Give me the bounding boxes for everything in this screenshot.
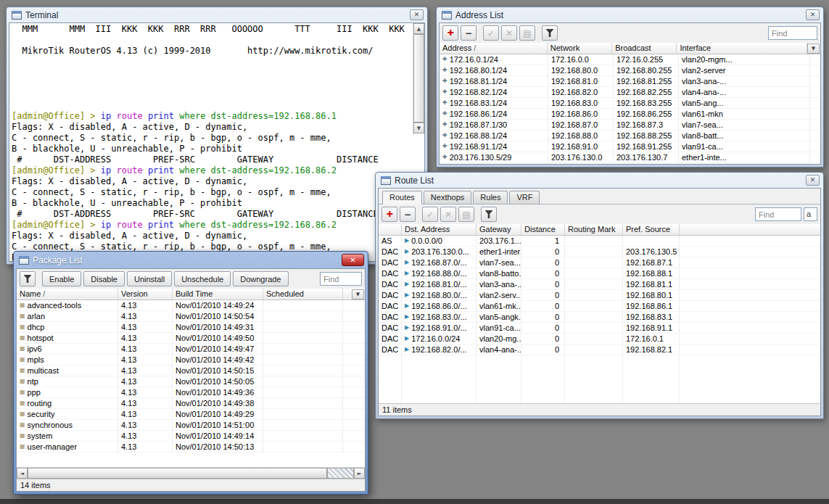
route-row[interactable]: DAC ▶192.168.87.0/... vlan7-sea... 0 192…: [379, 257, 820, 268]
column-header-flags[interactable]: [379, 224, 402, 235]
package-row[interactable]: ▦ppp 4.13 Nov/01/2010 14:49:36: [17, 387, 365, 398]
enable-button[interactable]: Enable: [42, 271, 81, 286]
package-row[interactable]: ▦dhcp 4.13 Nov/01/2010 14:49:31: [17, 322, 365, 333]
package-row[interactable]: ▦ipv6 4.13 Nov/01/2010 14:49:47: [17, 344, 365, 355]
column-header-interface[interactable]: Interface: [677, 43, 807, 54]
scroll-right-icon[interactable]: ►: [354, 468, 365, 479]
package-list-hscrollbar[interactable]: ◄ ►: [17, 467, 365, 479]
filter-button[interactable]: [20, 271, 36, 286]
address-row[interactable]: ✚192.168.82.1/24 192.168.82.0 192.168.82…: [440, 87, 820, 98]
find-input[interactable]: [320, 272, 362, 286]
address-row[interactable]: ✚192.168.83.1/24 192.168.83.0 192.168.83…: [440, 98, 820, 109]
package-row[interactable]: ▦ntp 4.13 Nov/01/2010 14:50:05: [17, 376, 365, 387]
package-row[interactable]: ▦routing 4.13 Nov/01/2010 14:49:38: [17, 398, 365, 409]
package-row[interactable]: ▦system 4.13 Nov/01/2010 14:49:14: [17, 431, 365, 442]
route-row[interactable]: DAC ▶192.168.91.0/... vlan91-ca... 0 192…: [379, 323, 820, 334]
address-row[interactable]: ✚192.168.91.1/24 192.168.91.0 192.168.91…: [440, 141, 820, 152]
package-row[interactable]: ▦synchronous 4.13 Nov/01/2010 14:51:00: [17, 420, 365, 431]
column-header-version[interactable]: Version: [118, 289, 173, 299]
column-dropdown-icon[interactable]: ▼: [352, 289, 364, 299]
terminal-output: MMM MMM III KKK KKK RRR RRR OOOOOO TTT I…: [9, 23, 413, 261]
route-arrow-icon: ▶: [405, 325, 409, 331]
scroll-up-icon[interactable]: ▲: [413, 23, 424, 34]
unschedule-button[interactable]: Unschedule: [174, 271, 231, 286]
uninstall-button[interactable]: Uninstall: [127, 271, 172, 286]
address-list-titlebar[interactable]: Address List ✕: [439, 7, 821, 22]
find-input[interactable]: [755, 207, 801, 221]
package-row[interactable]: ▦security 4.13 Nov/01/2010 14:49:29: [17, 409, 365, 420]
route-row[interactable]: DAC ▶192.168.82.0/... vlan4-ana-... 0 19…: [379, 344, 820, 355]
address-row[interactable]: ✚192.168.86.1/24 192.168.86.0 192.168.86…: [440, 109, 820, 120]
comment-button[interactable]: ▤: [519, 25, 535, 41]
package-row[interactable]: ▦arlan 4.13 Nov/01/2010 14:50:54: [17, 311, 365, 322]
filter-button[interactable]: [542, 25, 558, 41]
column-dropdown-icon[interactable]: ▼: [807, 44, 820, 54]
route-list-titlebar[interactable]: Route List ✕: [378, 173, 821, 188]
tab-vrf[interactable]: VRF: [509, 191, 540, 204]
column-header-distance[interactable]: Distance: [521, 224, 565, 235]
column-header-pref-source[interactable]: Pref. Source: [623, 224, 680, 235]
downgrade-button[interactable]: Downgrade: [233, 271, 288, 286]
sort-asc-icon: /: [43, 290, 45, 298]
column-header-name[interactable]: Name/: [17, 289, 118, 299]
package-row[interactable]: ▦advanced-tools 4.13 Nov/01/2010 14:49:2…: [17, 300, 365, 311]
scroll-down-icon[interactable]: ▼: [413, 123, 424, 133]
package-list-close-button[interactable]: ✕: [342, 254, 364, 266]
address-row[interactable]: ✚192.168.87.1/30 192.168.87.0 192.168.87…: [440, 120, 820, 131]
filter-button[interactable]: [481, 207, 497, 222]
terminal-scrollbar[interactable]: ▲ ▼: [413, 23, 424, 134]
resize-grip[interactable]: [327, 468, 354, 479]
package-row[interactable]: ▦mpls 4.13 Nov/01/2010 14:49:42: [17, 355, 365, 365]
address-list-close-button[interactable]: ✕: [806, 9, 820, 20]
scroll-left-icon[interactable]: ◄: [17, 468, 28, 479]
find-input[interactable]: [768, 26, 817, 40]
package-row[interactable]: ▦user-manager 4.13 Nov/01/2010 14:50:13: [17, 442, 365, 453]
scrollbar-thumb[interactable]: [413, 34, 424, 123]
route-row[interactable]: DAC ▶203.176.130.0... ether1-inter... 0 …: [379, 247, 820, 257]
address-row[interactable]: ✚192.168.81.1/24 192.168.81.0 192.168.81…: [440, 76, 820, 87]
address-row[interactable]: ✚192.168.80.1/24 192.168.80.0 192.168.80…: [440, 65, 820, 76]
tab-rules[interactable]: Rules: [473, 191, 508, 204]
route-row[interactable]: DAC ▶192.168.88.0/... vlan8-batto... 0 1…: [379, 268, 820, 279]
package-list-titlebar[interactable]: Package List ✕: [16, 252, 366, 268]
tab-routes[interactable]: Routes: [382, 191, 422, 205]
column-header-network[interactable]: Network: [548, 43, 612, 54]
route-scope-dropdown[interactable]: a: [804, 207, 817, 221]
route-list-close-button[interactable]: ✕: [806, 175, 820, 186]
route-row[interactable]: DAC ▶192.168.80.0/... vlan2-serv... 0 19…: [379, 290, 820, 301]
column-header-scheduled[interactable]: Scheduled: [263, 289, 343, 299]
address-row[interactable]: ✚172.16.0.1/24 172.16.0.0 172.16.0.255 v…: [440, 54, 820, 65]
terminal-close-button[interactable]: ✕: [410, 9, 424, 20]
add-button[interactable]: ✚: [442, 25, 458, 41]
address-row[interactable]: ✚192.168.88.1/24 192.168.88.0 192.168.88…: [440, 131, 820, 141]
enable-button[interactable]: ✓: [483, 25, 499, 41]
column-header-gateway[interactable]: Gateway: [477, 224, 521, 235]
address-icon: ✚: [442, 67, 448, 73]
route-row[interactable]: DAC ▶192.168.83.0/... vlan5-angk... 0 19…: [379, 312, 820, 323]
disable-button[interactable]: Disable: [83, 271, 125, 286]
remove-button[interactable]: −: [461, 25, 477, 41]
column-header-broadcast[interactable]: Broadcast: [612, 43, 677, 54]
comment-button[interactable]: ▤: [458, 207, 474, 222]
package-row[interactable]: ▦hotspot 4.13 Nov/01/2010 14:49:50: [17, 333, 365, 344]
enable-button[interactable]: ✓: [422, 207, 438, 222]
route-row[interactable]: DAC ▶192.168.81.0/... vlan3-ana-... 0 19…: [379, 279, 820, 290]
disable-button[interactable]: ✕: [440, 207, 456, 222]
column-header-build-time[interactable]: Build Time: [173, 289, 263, 299]
column-header-routing-mark[interactable]: Routing Mark: [565, 224, 623, 235]
terminal-titlebar[interactable]: Terminal ✕: [9, 7, 425, 22]
column-header-address[interactable]: Address/: [440, 43, 548, 54]
route-arrow-icon: ▶: [405, 314, 409, 320]
route-row[interactable]: AS ▶0.0.0.0/0 203.176.1... 1: [379, 236, 820, 247]
add-button[interactable]: ✚: [381, 207, 397, 222]
package-row[interactable]: ▦multicast 4.13 Nov/01/2010 14:50:15: [17, 365, 365, 376]
tab-nexthops[interactable]: Nexthops: [424, 191, 471, 204]
column-header-dst-address[interactable]: Dst. Address: [402, 224, 477, 235]
route-row[interactable]: DAC ▶172.16.0.0/24 vlan20-mg... 0 172.16…: [379, 334, 820, 344]
address-row[interactable]: ✚203.176.130.5/29 203.176.130.0 203.176.…: [440, 152, 820, 163]
disable-button[interactable]: ✕: [501, 25, 517, 41]
hscrollbar-thumb[interactable]: [28, 468, 327, 479]
package-icon: ▦: [20, 400, 25, 406]
route-row[interactable]: DAC ▶192.168.86.0/... vlan61-mk... 0 192…: [379, 301, 820, 312]
remove-button[interactable]: −: [400, 207, 416, 222]
